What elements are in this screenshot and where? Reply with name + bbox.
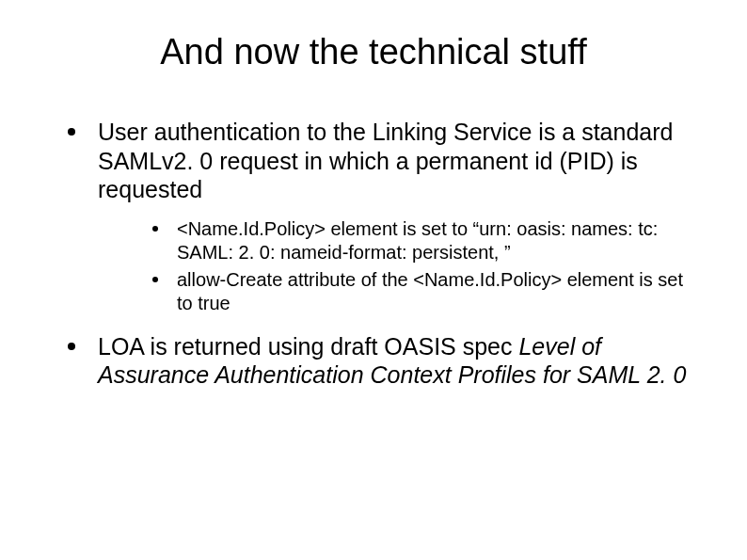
- sub-bullet-list: <Name.Id.Policy> element is set to “urn:…: [151, 217, 691, 315]
- bullet-item-1: User authentication to the Linking Servi…: [64, 118, 691, 315]
- sub-bullet-text-2: allow-Create attribute of the <Name.Id.P…: [177, 269, 683, 313]
- bullet-text-1: User authentication to the Linking Servi…: [98, 119, 673, 202]
- sub-bullet-2: allow-Create attribute of the <Name.Id.P…: [151, 268, 691, 315]
- slide-title: And now the technical stuff: [56, 32, 691, 72]
- bullet-item-2: LOA is returned using draft OASIS spec L…: [64, 332, 691, 390]
- slide: And now the technical stuff User authent…: [0, 0, 747, 560]
- bullet-text-2-pre: LOA is returned using draft OASIS spec: [98, 333, 518, 360]
- sub-bullet-1: <Name.Id.Policy> element is set to “urn:…: [151, 217, 691, 264]
- sub-bullet-text-1: <Name.Id.Policy> element is set to “urn:…: [177, 218, 658, 263]
- bullet-list: User authentication to the Linking Servi…: [64, 118, 691, 390]
